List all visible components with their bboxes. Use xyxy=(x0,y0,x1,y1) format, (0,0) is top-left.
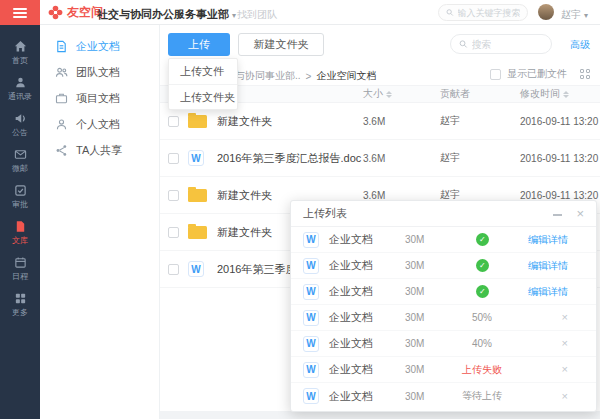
app-logo: 友空间 xyxy=(48,4,103,21)
upload-file-size: 30M xyxy=(405,234,457,245)
grid-view-icon[interactable] xyxy=(580,69,590,79)
sidebar-item-label: 企业文档 xyxy=(76,39,120,54)
file-name[interactable]: 新建文件夹 xyxy=(217,114,363,129)
team-doc-icon xyxy=(55,66,68,79)
row-checkbox[interactable] xyxy=(168,264,179,275)
word-doc-icon: W xyxy=(188,150,208,166)
upload-progress: 40% xyxy=(457,338,507,349)
personal-doc-icon xyxy=(55,118,68,131)
upload-file-name: 企业文档 xyxy=(329,362,405,377)
success-check-icon xyxy=(476,259,489,272)
upload-waiting-status: 等待上传 xyxy=(457,389,507,403)
department-selector[interactable]: 社交与协同办公服务事业部 xyxy=(97,7,236,22)
close-icon[interactable] xyxy=(576,207,584,220)
folder-icon xyxy=(188,226,208,239)
sidebar-item-team-docs[interactable]: 团队文档 xyxy=(40,59,159,85)
user-menu[interactable]: 赵宇 xyxy=(561,8,588,22)
row-checkbox[interactable] xyxy=(168,116,179,127)
upload-file-size: 30M xyxy=(405,391,457,402)
nav-item-approval[interactable]: 审批 xyxy=(0,179,40,215)
nav-item-library[interactable]: 文库 xyxy=(0,215,40,251)
upload-action: 编辑详情 xyxy=(507,233,584,247)
upload-file-size: 30M xyxy=(405,364,457,375)
new-folder-button[interactable]: 新建文件夹 xyxy=(238,33,324,56)
sort-icon[interactable] xyxy=(386,91,392,98)
column-modified[interactable]: 修改时间 xyxy=(520,87,600,101)
nav-item-contacts[interactable]: 通讯录 xyxy=(0,71,40,107)
hamburger-menu-button[interactable] xyxy=(0,0,40,25)
cancel-upload-icon[interactable] xyxy=(562,364,568,375)
share-icon xyxy=(55,144,68,157)
upload-dropdown-menu: 上传文件 上传文件夹 xyxy=(168,58,238,110)
file-search-input[interactable] xyxy=(472,39,543,50)
cancel-upload-icon[interactable] xyxy=(562,338,568,349)
breadcrumb-current: 企业空间文档 xyxy=(316,69,376,83)
footer-strip xyxy=(160,411,600,419)
nav-item-more[interactable]: 更多 xyxy=(0,287,40,323)
upload-row: W 企业文档 30M 编辑详情 xyxy=(291,253,596,279)
menu-item-upload-folder[interactable]: 上传文件夹 xyxy=(169,84,237,109)
nav-item-calendar[interactable]: 日程 xyxy=(0,251,40,287)
document-icon xyxy=(14,220,27,233)
sidebar-item-label: 项目文档 xyxy=(76,91,120,106)
sidebar-item-label: 团队文档 xyxy=(76,65,120,80)
chevron-down-icon xyxy=(584,11,588,20)
file-search-box[interactable] xyxy=(450,34,552,54)
column-size[interactable]: 大小 xyxy=(363,87,440,101)
upload-progress: 50% xyxy=(457,312,507,323)
table-row[interactable]: W 2016年第三季度汇总报告.doc 3.6M 赵宇 2016-09-11 1… xyxy=(160,140,600,177)
edit-details-link[interactable]: 编辑详情 xyxy=(528,285,568,299)
advanced-search-link[interactable]: 高级 xyxy=(570,38,590,52)
upload-status xyxy=(457,285,507,298)
nav-label: 公告 xyxy=(12,127,28,138)
breadcrumb: 社交与协同事业部.. > 企业空间文档 xyxy=(215,69,376,83)
row-checkbox[interactable] xyxy=(168,190,179,201)
sidebar-item-shared-with-me[interactable]: TA人共享 xyxy=(40,137,159,163)
grid-icon xyxy=(14,292,27,305)
edit-details-link[interactable]: 编辑详情 xyxy=(528,233,568,247)
nav-label: 审批 xyxy=(12,199,28,210)
upload-file-name: 企业文档 xyxy=(329,310,405,325)
nav-rail: 首页 通讯录 公告 微邮 审批 文库 日程 更多 xyxy=(0,25,40,419)
file-contributor: 赵宇 xyxy=(440,114,520,128)
file-size: 3.6M xyxy=(363,116,440,127)
folder-icon xyxy=(188,115,208,128)
upload-action xyxy=(507,391,584,402)
sort-icon[interactable] xyxy=(563,91,569,98)
sidebar-item-enterprise-docs[interactable]: 企业文档 xyxy=(40,33,159,59)
global-search-input[interactable] xyxy=(458,8,520,18)
row-checkbox[interactable] xyxy=(168,227,179,238)
upload-button[interactable]: 上传 xyxy=(168,33,230,56)
upload-failed-status: 上传失败 xyxy=(457,363,507,377)
upload-file-size: 30M xyxy=(405,260,457,271)
file-size: 3.6M xyxy=(363,153,440,164)
global-search-box[interactable] xyxy=(438,4,528,21)
minimize-icon[interactable] xyxy=(553,209,562,219)
sidebar-item-project-docs[interactable]: 项目文档 xyxy=(40,85,159,111)
row-checkbox[interactable] xyxy=(168,153,179,164)
header-quick-link[interactable]: 找到团队 xyxy=(237,8,277,22)
word-doc-icon: W xyxy=(303,388,319,404)
nav-item-home[interactable]: 首页 xyxy=(0,35,40,71)
file-modified: 2016-09-11 13:20 xyxy=(520,190,600,201)
nav-label: 文库 xyxy=(12,235,28,246)
check-square-icon xyxy=(14,184,27,197)
edit-details-link[interactable]: 编辑详情 xyxy=(528,259,568,273)
word-doc-icon: W xyxy=(303,336,319,352)
upload-panel-header: 上传列表 xyxy=(291,201,596,227)
upload-row: W 企业文档 30M 编辑详情 xyxy=(291,227,596,253)
file-name[interactable]: 2016年第三季度汇总报告.doc xyxy=(217,151,363,166)
upload-row: W 企业文档 30M 等待上传 xyxy=(291,383,596,409)
show-deleted-checkbox[interactable] xyxy=(490,69,501,80)
nav-label: 通讯录 xyxy=(8,91,32,102)
view-controls: 显示已删文件 xyxy=(490,67,590,81)
menu-item-upload-file[interactable]: 上传文件 xyxy=(169,59,237,84)
user-avatar[interactable] xyxy=(538,4,554,20)
sidebar-item-personal-docs[interactable]: 个人文档 xyxy=(40,111,159,137)
nav-item-mail[interactable]: 微邮 xyxy=(0,143,40,179)
cancel-upload-icon[interactable] xyxy=(562,312,568,323)
nav-item-announcements[interactable]: 公告 xyxy=(0,107,40,143)
cancel-upload-icon[interactable] xyxy=(562,391,568,402)
upload-file-name: 企业文档 xyxy=(329,232,405,247)
department-name: 社交与协同办公服务事业部 xyxy=(97,8,229,20)
